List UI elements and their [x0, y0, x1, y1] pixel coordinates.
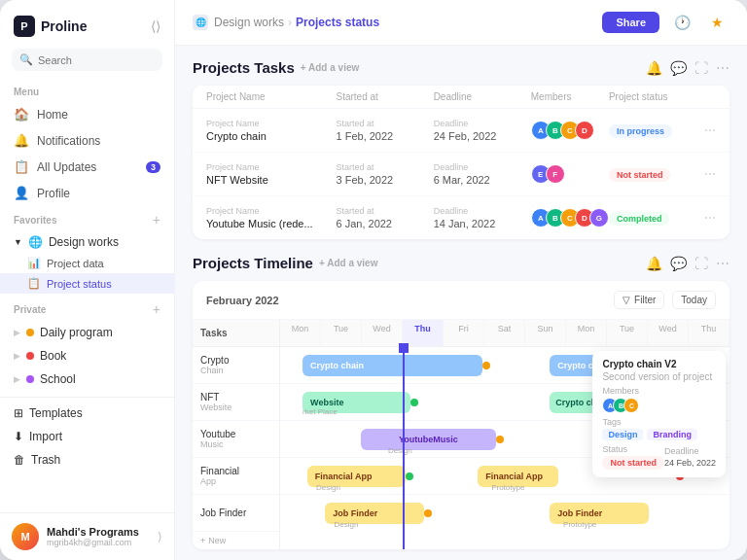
fav-label: Design works: [49, 235, 119, 249]
bell-icon[interactable]: 🔔: [646, 256, 662, 271]
table-header: Project Name Started at Deadline Members…: [193, 86, 729, 109]
day-col: Sun: [525, 320, 566, 346]
add-view-tasks[interactable]: + Add a view: [301, 62, 359, 73]
private-item-label: Daily program: [40, 326, 113, 339]
user-more-icon[interactable]: ⟩: [158, 530, 162, 543]
card-title: Crypto chain V2: [602, 359, 716, 369]
row-more-icon[interactable]: ⋯: [687, 167, 716, 181]
fav-label: Project data: [47, 258, 104, 269]
private-item-daily[interactable]: ▶ Daily program: [0, 321, 174, 344]
sidebar-item-all-updates[interactable]: 📋 All Updates 3: [0, 154, 174, 180]
timeline-section-header: Projects Timeline + Add a view 🔔 💬 ⛶ ⋯: [193, 255, 729, 271]
add-favorite-icon[interactable]: +: [153, 212, 160, 228]
share-button[interactable]: Share: [602, 12, 659, 33]
star-icon[interactable]: ★: [704, 10, 729, 35]
profile-icon: 👤: [14, 186, 29, 200]
timeline-bar[interactable]: Crypto chain: [302, 355, 482, 376]
cell-status: Completed: [609, 211, 687, 226]
bar-sublabel2: Prototype: [491, 483, 524, 492]
favorites-label: Favorites: [14, 215, 56, 226]
card-status: Status Not started: [602, 444, 664, 470]
plus-icon: +: [200, 536, 205, 545]
bar-sublabel: Design: [334, 520, 358, 529]
tl-task-row: Youtube Music: [193, 421, 279, 458]
day-col: Tue: [321, 320, 362, 346]
comment-icon[interactable]: 💬: [670, 60, 687, 76]
timeline-bar[interactable]: YoutubeMusic: [361, 429, 496, 450]
timeline-tooltip-card: Crypto chain V2 Second version of projec…: [592, 351, 726, 477]
table-row[interactable]: Project Name Crypto chain Started at 1 F…: [193, 109, 729, 153]
add-view-timeline[interactable]: + Add a view: [319, 258, 377, 268]
search-bar[interactable]: 🔍: [12, 49, 162, 71]
th-status: Project status: [609, 91, 687, 102]
row-more-icon[interactable]: ⋯: [687, 211, 716, 225]
add-private-icon[interactable]: +: [153, 301, 160, 317]
card-members: A B C: [602, 398, 716, 413]
more-icon[interactable]: ⋯: [716, 256, 729, 271]
school-dot-icon: [26, 375, 34, 383]
content-area: Projects Tasks + Add a view 🔔 💬 ⛶ ⋯ Proj…: [175, 46, 747, 560]
bar-sublabel: rket Place: [302, 407, 338, 416]
fav-item-design-works[interactable]: ▼ 🌐 Design works: [0, 231, 174, 253]
table-row[interactable]: Project Name Youtube Music (rede... Star…: [193, 196, 729, 239]
sidebar-item-home[interactable]: 🏠 Home: [0, 101, 174, 127]
timeline-dot: [406, 472, 413, 480]
comment-icon[interactable]: 💬: [670, 256, 687, 271]
expand-icon: ▶: [14, 374, 20, 384]
trash-label: Trash: [31, 453, 60, 467]
private-item-book[interactable]: ▶ Book: [0, 344, 174, 368]
sidebar-item-import[interactable]: ⬇ Import: [0, 425, 174, 448]
expand-icon[interactable]: ⛶: [694, 60, 708, 76]
bar-sublabel: Design: [316, 483, 340, 492]
day-col: Mon: [280, 320, 321, 346]
expand-icon: ▶: [14, 351, 20, 361]
sidebar-item-profile[interactable]: 👤 Profile: [0, 180, 174, 206]
new-task-button[interactable]: + New: [193, 532, 279, 549]
expand-icon[interactable]: ⛶: [694, 256, 708, 271]
cell-started: Started at 6 Jan, 2022: [337, 206, 434, 229]
th-actions: [687, 91, 716, 102]
th-deadline: Deadline: [434, 91, 531, 102]
sidebar-item-templates[interactable]: ⊞ Templates: [0, 402, 174, 425]
daily-dot-icon: [26, 329, 34, 336]
card-status-row: Status Not started Deadline 24 Feb, 2022: [602, 444, 716, 470]
day-col: Tue: [607, 320, 648, 346]
status-badge: Completed: [609, 212, 670, 226]
timeline-body: Tasks Crypto Chain NFT Website: [193, 320, 729, 549]
clock-icon[interactable]: 🕐: [669, 10, 694, 35]
deadline-value: 24 Feb, 2022: [664, 458, 716, 468]
member-avatar: C: [623, 398, 639, 413]
sidebar-item-notifications[interactable]: 🔔 Notifications: [0, 127, 174, 154]
filter-button[interactable]: ▽ Filter: [614, 291, 664, 309]
cell-members: A B C D: [531, 121, 609, 140]
cell-name: Project Name NFT Website: [206, 162, 337, 186]
search-input[interactable]: [38, 54, 155, 66]
timeline-dot: [424, 509, 432, 517]
timeline-controls: ▽ Filter Today: [614, 291, 716, 309]
day-col: Mon: [566, 320, 607, 346]
task-sub: Music: [200, 439, 235, 449]
sidebar-bottom: M Mahdi's Programs mgrib4kh@gmail.com ⟩: [0, 512, 174, 560]
tl-task-row: Job Finder: [193, 495, 279, 532]
task-name: Crypto: [200, 355, 229, 366]
timeline-month: February 2022: [206, 295, 279, 306]
day-col-today: Thu: [403, 320, 444, 346]
cell-deadline: Deadline 6 Mar, 2022: [434, 162, 531, 186]
today-button[interactable]: Today: [672, 291, 716, 309]
tasks-table: Project Name Started at Deadline Members…: [193, 86, 729, 239]
task-name: Youtube: [200, 429, 235, 439]
fav-item-project-data[interactable]: 📊 Project data: [0, 253, 174, 273]
task-name: NFT: [200, 392, 231, 402]
sidebar-item-trash[interactable]: 🗑 Trash: [0, 448, 174, 472]
more-icon[interactable]: ⋯: [716, 60, 729, 76]
collapse-icon[interactable]: ⟨⟩: [151, 18, 160, 34]
tl-task-row: Crypto Chain: [193, 347, 279, 384]
row-more-icon[interactable]: ⋯: [687, 123, 716, 137]
table-row[interactable]: Project Name NFT Website Started at 3 Fe…: [193, 153, 729, 196]
bell-icon[interactable]: 🔔: [646, 60, 662, 76]
tasks-title: Projects Tasks + Add a view: [193, 59, 359, 76]
cell-name: Project Name Crypto chain: [206, 119, 337, 142]
fav-item-project-status[interactable]: 📋 Project status: [0, 273, 174, 294]
cell-status: In progress: [609, 123, 687, 138]
private-item-school[interactable]: ▶ School: [0, 368, 174, 391]
